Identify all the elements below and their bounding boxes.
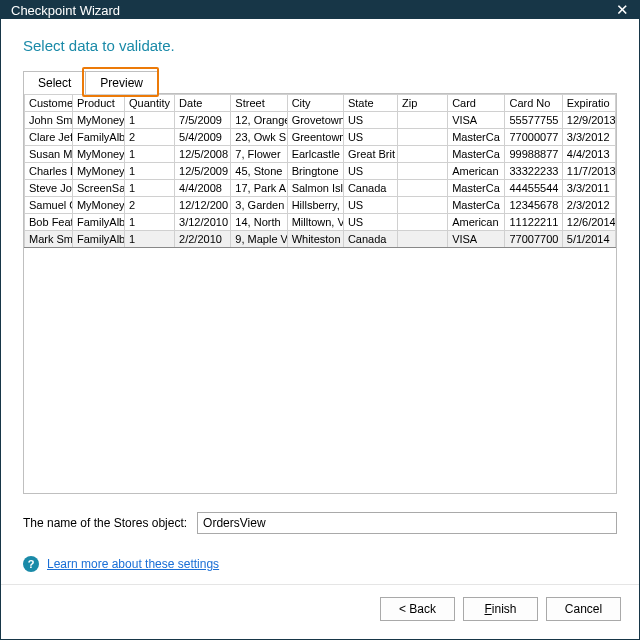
column-header-street[interactable]: Street bbox=[231, 95, 287, 112]
cell-product: ScreenSav bbox=[72, 180, 124, 197]
cell-custome: Steve Joh bbox=[25, 180, 73, 197]
column-header-exp[interactable]: Expiratio bbox=[562, 95, 615, 112]
cell-exp: 2/3/2012 bbox=[562, 197, 615, 214]
cell-city: Grovetown bbox=[287, 112, 343, 129]
cell-custome: Samuel Cl bbox=[25, 197, 73, 214]
tab-strip: Select Preview bbox=[23, 70, 617, 94]
cell-zip bbox=[398, 197, 448, 214]
cell-product: FamilyAlbu bbox=[72, 129, 124, 146]
stores-object-input[interactable] bbox=[197, 512, 617, 534]
cell-card: MasterCa bbox=[448, 146, 505, 163]
cell-exp: 4/4/2013 bbox=[562, 146, 615, 163]
table-row[interactable]: John SmithMyMoney17/5/200912, OrangeGrov… bbox=[25, 112, 616, 129]
cell-cardno: 55577755 bbox=[505, 112, 562, 129]
cell-date: 12/5/2009 bbox=[175, 163, 231, 180]
stores-row: The name of the Stores object: bbox=[23, 512, 617, 534]
cell-zip bbox=[398, 214, 448, 231]
cell-city: Salmon Isl bbox=[287, 180, 343, 197]
cell-card: VISA bbox=[448, 112, 505, 129]
learn-row: ? Learn more about these settings bbox=[23, 556, 617, 572]
help-icon[interactable]: ? bbox=[23, 556, 39, 572]
cell-state: US bbox=[343, 197, 397, 214]
cell-street: 7, Flower bbox=[231, 146, 287, 163]
cell-state: Canada bbox=[343, 180, 397, 197]
column-header-quantity[interactable]: Quantity bbox=[125, 95, 175, 112]
cell-quantity: 1 bbox=[125, 146, 175, 163]
column-header-cardno[interactable]: Card No bbox=[505, 95, 562, 112]
cell-cardno: 12345678 bbox=[505, 197, 562, 214]
cell-street: 17, Park A bbox=[231, 180, 287, 197]
cell-street: 3, Garden bbox=[231, 197, 287, 214]
table-row[interactable]: Charles DeMyMoney112/5/200945, StoneBrin… bbox=[25, 163, 616, 180]
cell-exp: 12/9/2013 bbox=[562, 112, 615, 129]
cell-custome: Clare Jeff bbox=[25, 129, 73, 146]
column-header-product[interactable]: Product bbox=[72, 95, 124, 112]
checkpoint-wizard-window: Checkpoint Wizard ✕ Select data to valid… bbox=[0, 0, 640, 640]
tab-select[interactable]: Select bbox=[23, 71, 86, 94]
cell-product: MyMoney bbox=[72, 163, 124, 180]
cell-zip bbox=[398, 163, 448, 180]
cell-custome: Bob Feath bbox=[25, 214, 73, 231]
cell-cardno: 11122211 bbox=[505, 214, 562, 231]
cell-state: Canada bbox=[343, 231, 397, 248]
back-button[interactable]: < Back bbox=[380, 597, 455, 621]
cell-date: 3/12/2010 bbox=[175, 214, 231, 231]
table-row[interactable]: Bob FeathFamilyAlbu13/12/201014, NorthMi… bbox=[25, 214, 616, 231]
cell-product: MyMoney bbox=[72, 112, 124, 129]
table-row[interactable]: Samuel ClMyMoney212/12/2003, GardenHills… bbox=[25, 197, 616, 214]
cell-quantity: 2 bbox=[125, 129, 175, 146]
cell-cardno: 33322233 bbox=[505, 163, 562, 180]
cell-quantity: 2 bbox=[125, 197, 175, 214]
column-header-card[interactable]: Card bbox=[448, 95, 505, 112]
column-header-city[interactable]: City bbox=[287, 95, 343, 112]
cell-custome: John Smith bbox=[25, 112, 73, 129]
cell-date: 4/4/2008 bbox=[175, 180, 231, 197]
wizard-body: Select data to validate. Select Preview … bbox=[1, 19, 639, 576]
stores-label: The name of the Stores object: bbox=[23, 516, 187, 530]
cell-card: American bbox=[448, 163, 505, 180]
preview-grid[interactable]: CustomeProductQuantityDateStreetCityStat… bbox=[23, 94, 617, 494]
cell-city: Whiteston bbox=[287, 231, 343, 248]
cancel-button[interactable]: Cancel bbox=[546, 597, 621, 621]
cell-street: 9, Maple V bbox=[231, 231, 287, 248]
learn-more-link[interactable]: Learn more about these settings bbox=[47, 557, 219, 571]
titlebar: Checkpoint Wizard ✕ bbox=[1, 1, 639, 19]
column-header-state[interactable]: State bbox=[343, 95, 397, 112]
table-row[interactable]: Steve JohScreenSav14/4/200817, Park ASal… bbox=[25, 180, 616, 197]
cell-product: MyMoney bbox=[72, 146, 124, 163]
tab-preview[interactable]: Preview bbox=[85, 71, 158, 94]
table-row[interactable]: Clare JeffFamilyAlbu25/4/200923, Owk SGr… bbox=[25, 129, 616, 146]
data-table: CustomeProductQuantityDateStreetCityStat… bbox=[24, 94, 616, 248]
cell-date: 12/12/200 bbox=[175, 197, 231, 214]
cell-city: Hillsberry, bbox=[287, 197, 343, 214]
cell-state: Great Brit bbox=[343, 146, 397, 163]
cell-city: Earlcastle bbox=[287, 146, 343, 163]
table-row[interactable]: Susan McMyMoney112/5/20087, FlowerEarlca… bbox=[25, 146, 616, 163]
finish-button[interactable]: Finish bbox=[463, 597, 538, 621]
cell-street: 23, Owk S bbox=[231, 129, 287, 146]
cell-date: 5/4/2009 bbox=[175, 129, 231, 146]
cell-quantity: 1 bbox=[125, 180, 175, 197]
cell-zip bbox=[398, 129, 448, 146]
cell-street: 45, Stone bbox=[231, 163, 287, 180]
cell-exp: 5/1/2014 bbox=[562, 231, 615, 248]
page-title: Select data to validate. bbox=[23, 37, 617, 54]
table-row[interactable]: Mark SmitFamilyAlbu12/2/20109, Maple VWh… bbox=[25, 231, 616, 248]
cell-custome: Charles De bbox=[25, 163, 73, 180]
cell-zip bbox=[398, 112, 448, 129]
cell-quantity: 1 bbox=[125, 214, 175, 231]
column-header-custome[interactable]: Custome bbox=[25, 95, 73, 112]
cell-card: MasterCa bbox=[448, 197, 505, 214]
close-icon[interactable]: ✕ bbox=[616, 1, 629, 19]
cell-product: FamilyAlbu bbox=[72, 214, 124, 231]
cell-card: MasterCa bbox=[448, 180, 505, 197]
cell-city: Greentown bbox=[287, 129, 343, 146]
cell-state: US bbox=[343, 112, 397, 129]
window-title: Checkpoint Wizard bbox=[11, 3, 120, 18]
column-header-zip[interactable]: Zip bbox=[398, 95, 448, 112]
cell-exp: 3/3/2012 bbox=[562, 129, 615, 146]
cell-cardno: 44455544 bbox=[505, 180, 562, 197]
cell-cardno: 77007700 bbox=[505, 231, 562, 248]
cell-street: 12, Orange bbox=[231, 112, 287, 129]
column-header-date[interactable]: Date bbox=[175, 95, 231, 112]
